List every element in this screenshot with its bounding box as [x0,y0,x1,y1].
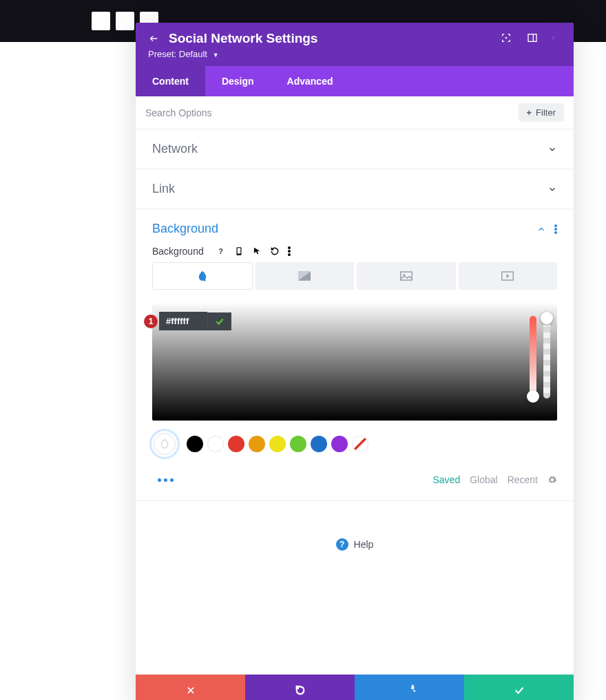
undo-button[interactable] [245,675,355,700]
chevron-up-icon[interactable] [536,224,546,234]
svg-point-0 [505,37,508,39]
background-label: Background [152,246,204,257]
mobile-icon[interactable] [234,246,244,256]
bg-tab-video[interactable] [459,262,558,290]
svg-point-8 [554,231,557,234]
svg-rect-1 [528,34,536,42]
alpha-handle[interactable] [541,312,553,324]
panel-title: Social Network Settings [169,31,317,46]
swatch-transparent[interactable] [352,436,368,452]
section-background: Background [136,209,574,236]
palette-global[interactable]: Global [470,474,497,485]
topbar-box [92,12,110,30]
hue-handle[interactable] [527,390,539,403]
cursor-icon[interactable] [252,246,262,256]
bg-tab-image[interactable] [357,262,456,290]
svg-point-6 [554,224,557,227]
annotation-badge: 1 [144,315,158,328]
selected-swatch[interactable] [149,429,180,459]
tab-content[interactable]: Content [136,66,205,96]
kebab-icon[interactable] [288,246,297,256]
panel-layout-icon[interactable] [527,32,538,43]
swatch-red[interactable] [228,436,244,452]
swatch-green[interactable] [290,436,306,452]
svg-point-14 [288,253,291,256]
reset-icon[interactable] [270,246,280,256]
more-icon[interactable] [158,478,174,482]
section-network[interactable]: Network [136,129,574,169]
svg-point-4 [553,38,554,39]
back-icon[interactable] [148,33,159,44]
color-swatches [152,429,557,459]
kebab-icon[interactable] [553,32,564,43]
tab-advanced[interactable]: Advanced [271,66,350,96]
help-icon[interactable]: ? [216,246,226,256]
chevron-down-icon [547,184,557,194]
tab-design[interactable]: Design [205,66,271,96]
svg-point-7 [554,228,557,231]
gear-icon[interactable] [547,475,557,485]
swatch-blue[interactable] [311,436,327,452]
swatch-yellow[interactable] [269,436,286,452]
hex-confirm-button[interactable] [207,312,231,330]
svg-rect-18 [401,272,412,280]
palette-recent[interactable]: Recent [508,474,538,485]
help-row[interactable]: ? Help [136,500,574,675]
svg-point-12 [288,246,291,249]
svg-rect-11 [237,248,240,253]
swatch-purple[interactable] [331,436,348,452]
section-link[interactable]: Link [136,169,574,209]
panel-header: Social Network Settings Preset: Default … [136,23,574,66]
help-icon: ? [336,538,348,551]
kebab-icon[interactable] [554,224,557,234]
hex-input[interactable] [159,312,207,330]
redo-button[interactable] [355,675,464,700]
panel-footer [136,675,574,700]
topbar-box [116,12,134,30]
swatch-orange[interactable] [249,436,265,452]
save-button[interactable] [464,675,574,700]
chevron-down-icon [547,145,557,154]
settings-panel: Social Network Settings Preset: Default … [136,23,574,700]
svg-point-13 [288,250,291,253]
bg-tab-gradient[interactable] [255,262,355,290]
cancel-button[interactable] [136,675,245,700]
preset-dropdown[interactable]: Preset: Default ▼ [148,49,561,59]
color-saturation-field[interactable]: 1 [152,302,557,421]
palette-saved[interactable]: Saved [432,474,460,485]
svg-marker-21 [507,274,510,278]
background-body: Background ? [136,236,574,485]
swatch-white[interactable] [207,436,224,452]
frame-icon[interactable] [501,32,512,43]
bg-tab-color[interactable] [152,262,253,290]
swatch-black[interactable] [187,436,203,452]
background-type-tabs [152,262,557,290]
search-row: Search Options + Filter [136,96,574,129]
svg-point-5 [553,39,554,39]
search-input[interactable]: Search Options [145,107,212,118]
svg-point-15 [203,279,205,282]
svg-text:?: ? [218,247,222,255]
help-label: Help [354,539,374,550]
svg-point-3 [553,36,554,37]
alpha-slider[interactable] [543,316,550,399]
hue-slider[interactable] [530,316,536,399]
filter-button[interactable]: + Filter [519,103,564,122]
panel-tabs: Content Design Advanced [136,66,574,96]
